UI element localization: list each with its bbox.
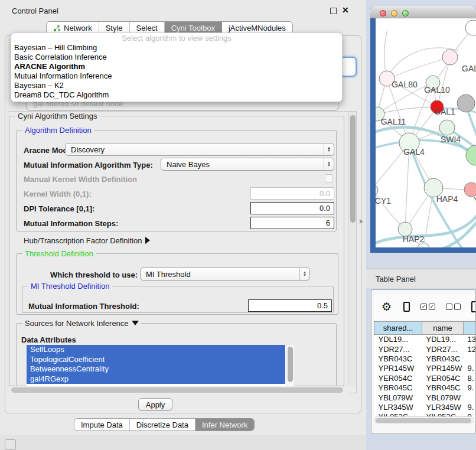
settings-horizontal-scrollbar-thumb[interactable] [11,387,343,393]
column-header[interactable]: shared... [374,322,422,335]
table-row[interactable]: YBR045C YBR045C 9. [374,383,476,392]
sources-group-title[interactable]: Sources for Network Inference [22,319,141,328]
name-cell: YLR345W [422,402,464,412]
kernel-width-field[interactable]: 0.0 [250,187,334,200]
mi-threshold-field[interactable]: 0.5 [248,299,332,312]
settings-vertical-scrollbar[interactable] [348,112,356,386]
table-horizontal-scrollbar[interactable] [374,416,474,423]
bottom-tabbar: Impute Data Discretize Data Infer Networ… [74,418,255,431]
manual-kernel-width-label: Manual Kernel Width Definition [24,175,137,184]
table-row[interactable]: YPR145W YPR145W 9. [374,364,476,373]
tab[interactable]: jActiveMNodules [222,22,292,34]
algorithm-option[interactable]: Dream8 DC_TDC Algorithm [11,90,342,100]
network-node[interactable] [464,182,476,197]
algorithm-option[interactable]: Bayesian – Hill Climbing [11,43,342,53]
unchecked-box-icon [446,304,452,310]
mi-threshold-label: Mutual Information Threshold: [28,302,139,311]
focused-field-fragment [340,57,357,77]
network-node-label: HAP4 [436,194,458,204]
network-canvas[interactable]: GALGAL80GAL10GAL1GAL11SWI4GAL4GCY1HAP4YH… [376,18,476,247]
splitter-handle-icon[interactable] [360,219,363,224]
table-row[interactable]: YER054C YER054C 8. [374,373,476,383]
algorithm-option[interactable]: ARACNE Algorithm [11,62,342,71]
bottom-tab[interactable]: Discretize Data [130,419,195,431]
network-node-label: Y [474,195,476,205]
hub-definition-expander[interactable]: Hub/Transcription Factor Definition [24,236,150,245]
tab[interactable]: Style [99,22,130,34]
tab[interactable]: Select [130,22,165,34]
shared-name-cell: YDR27... [374,344,422,354]
column-layout-icon[interactable] [403,302,410,312]
aracne-mode-combo[interactable]: Discovery ▲▼ [65,143,334,156]
close-icon[interactable]: ✕ [342,5,349,15]
column-header[interactable]: name [422,322,464,335]
float-window-icon[interactable] [330,8,337,14]
gear-icon[interactable]: ⚙ [382,300,392,314]
attribute-item-selected[interactable]: BetweennessCentrality [27,364,285,374]
attribute-list-scrollbar-thumb[interactable] [288,347,293,382]
settings-vertical-scrollbar-thumb[interactable] [350,115,356,223]
network-node[interactable] [439,120,455,135]
network-window-titlebar[interactable] [370,6,476,18]
shared-name-cell: YBR043C [374,354,422,363]
table-row[interactable]: YDR27... YDR27... 12 [374,344,476,354]
algorithm-option[interactable]: Mutual Information Inference [11,71,342,81]
kernel-width-label: Kernel Width (0,1): [24,190,92,198]
which-threshold-value: MI Threshold [141,268,299,280]
stepper-icon: ▲▼ [324,158,334,170]
mi-threshold-group-title: MI Threshold Definition [28,282,112,291]
table-row[interactable]: YDL19... YDL19... 13 [374,335,476,344]
tab[interactable]: Cyni Toolbox [165,22,222,34]
network-node[interactable] [376,184,378,196]
dpi-tolerance-field[interactable]: 0.0 [250,202,334,214]
stepper-icon: ▲▼ [299,268,309,280]
mi-steps-label: Mutual Information Steps: [24,219,118,228]
export-table-icon[interactable] [471,301,476,312]
network-node[interactable] [465,20,476,35]
network-node-label: GAL4 [403,147,425,156]
mi-algorithm-type-value: Naive Bayes [161,158,324,170]
value-cell: 9. [464,383,476,392]
attribute-item-selected[interactable]: TopologicalCoefficient [27,355,285,365]
algorithm-option-label: Bayesian – Hill Climbing [14,43,97,52]
shared-name-cell: YBR045C [374,383,422,392]
zoom-traffic-light-icon[interactable] [402,10,409,17]
column-header[interactable] [464,322,476,335]
expand-right-icon [145,237,150,244]
attribute-item-selected[interactable]: SelfLoops [27,345,285,355]
table-row[interactable]: YLR345W YLR345W 9. [374,402,476,412]
select-all-columns-icon[interactable]: ✓ ✓ [420,304,435,310]
minimize-traffic-light-icon[interactable] [391,10,397,17]
manual-kernel-width-checkbox[interactable] [325,174,333,182]
algorithm-option[interactable]: Basic Correlation Inference [11,53,342,62]
which-threshold-combo[interactable]: MI Threshold ▲▼ [140,268,310,281]
network-node-label: GAL10 [424,85,450,94]
table-horizontal-scrollbar-thumb[interactable] [376,418,471,423]
algorithm-option[interactable]: Bayesian – K2 [11,81,342,90]
settings-horizontal-scrollbar[interactable] [8,386,348,394]
attribute-list-scrollbar[interactable] [286,345,294,386]
corner-button[interactable] [5,439,16,450]
attribute-item-selected[interactable]: gal4RGexp [27,374,285,384]
control-panel: Control Panel ✕ Network Style Select [0,0,366,437]
tab[interactable]: Network [47,22,99,34]
value-cell: 13 [464,335,476,344]
apply-button[interactable]: Apply [138,398,172,411]
close-traffic-light-icon[interactable] [380,10,386,17]
network-node[interactable] [442,50,458,65]
table-row[interactable]: YBR043C YBR043C [374,354,476,363]
name-cell: YDR27... [422,344,464,354]
bottom-tab[interactable]: Impute Data [74,419,130,431]
name-cell: YDL19... [422,335,464,344]
network-node[interactable] [457,94,475,112]
network-node-label: GAL11 [381,117,406,126]
aracne-mode-value: Discovery [66,144,324,155]
mi-steps-field[interactable]: 6 [250,217,334,229]
table-row[interactable]: YBL079W YBL079W [374,393,476,402]
deselect-all-columns-icon[interactable] [446,304,461,310]
shared-name-cell: YLR345W [374,402,422,412]
bottom-tab-label: Impute Data [81,420,123,429]
mi-algorithm-type-combo[interactable]: Naive Bayes ▲▼ [161,158,334,171]
bottom-tab[interactable]: Infer Network [195,419,254,431]
algorithm-dropdown-popup: Select algorithm to view settings Bayesi… [11,32,343,102]
